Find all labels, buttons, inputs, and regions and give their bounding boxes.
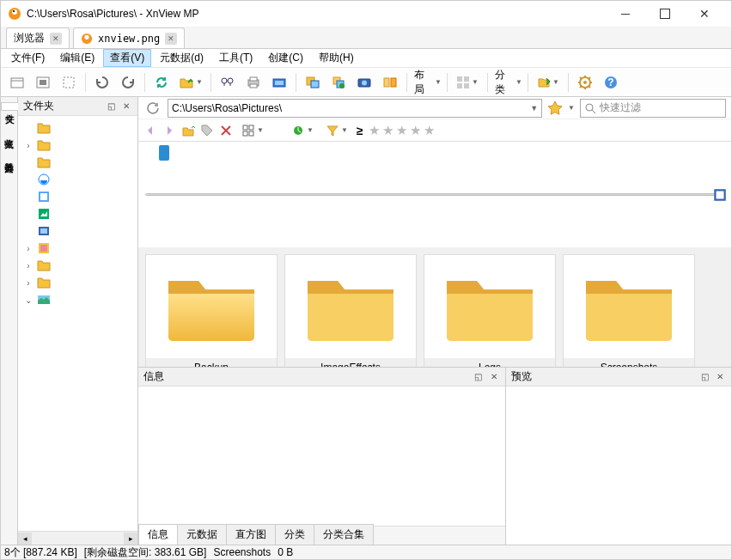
rotate-left-button[interactable]: [91, 71, 113, 94]
folder-tree[interactable]: › › › › ⌄: [18, 116, 137, 531]
forward-button[interactable]: [162, 124, 176, 137]
info-tab-info[interactable]: 信息: [138, 524, 178, 545]
folder-tile[interactable]: ImageEffects 2024/6/21 17:58:10: [284, 254, 417, 367]
star-icon[interactable]: ★: [396, 124, 410, 137]
undock-button[interactable]: ◱: [473, 371, 485, 383]
menu-create[interactable]: 创建(C): [261, 49, 310, 67]
delete-button[interactable]: [219, 124, 233, 137]
close-button[interactable]: ✕: [685, 1, 724, 27]
tree-hscrollbar[interactable]: ◂ ▸: [18, 531, 137, 545]
tree-item[interactable]: [20, 222, 136, 240]
tab-file[interactable]: xnview.png ✕: [73, 27, 185, 48]
rotate-right-button[interactable]: [117, 71, 139, 94]
scan-button[interactable]: [268, 71, 290, 94]
filter-dropdown[interactable]: ▼: [322, 119, 351, 142]
folder-tile[interactable]: Screenshots 2024/6/21 17:58:10: [563, 254, 695, 367]
thumbnail-grid[interactable]: Backup 2024/6/21 17:58:10 ImageEffects 2…: [138, 247, 731, 367]
convert-button[interactable]: [302, 71, 324, 94]
fullscreen-button[interactable]: [32, 71, 54, 94]
open-file-button[interactable]: [6, 71, 28, 94]
history-back-button[interactable]: [143, 99, 162, 118]
rating-stars[interactable]: ★ ★ ★ ★ ★: [369, 124, 437, 137]
gte-button[interactable]: ≥: [357, 124, 363, 137]
maximize-button[interactable]: [645, 1, 685, 27]
info-tab-metadata[interactable]: 元数据: [177, 524, 227, 545]
batch-button[interactable]: [327, 71, 350, 94]
favorite-dropdown[interactable]: ▼: [568, 104, 575, 112]
menu-edit[interactable]: 编辑(E): [53, 49, 101, 67]
sidebar-tab-favorites[interactable]: 收藏夹: [1, 128, 17, 135]
menu-metadata[interactable]: 元数据(d): [153, 49, 210, 67]
folder-tile[interactable]: Backup 2024/6/21 17:58:10: [145, 254, 278, 367]
back-button[interactable]: [143, 124, 157, 137]
settings-button[interactable]: [574, 71, 596, 94]
compare-button[interactable]: [379, 71, 401, 94]
menu-tools[interactable]: 工具(T): [212, 49, 259, 67]
close-icon[interactable]: ✕: [50, 33, 62, 45]
scroll-right-button[interactable]: ▸: [124, 533, 137, 545]
address-bar: C:\Users\Rosa\Pictures\ ▼ ▼ 快速过滤: [138, 97, 731, 119]
sidebar-tab-folders[interactable]: 文件夹: [1, 102, 18, 111]
open-folder-button[interactable]: ▼: [176, 71, 205, 94]
sidebar-tab-filter[interactable]: 分类筛选器: [1, 152, 17, 159]
close-panel-button[interactable]: ✕: [488, 371, 500, 383]
tree-item[interactable]: ›: [20, 240, 136, 257]
help-button[interactable]: ?: [600, 71, 622, 94]
capture-button[interactable]: [353, 71, 375, 94]
quick-filter-input[interactable]: 快速过滤: [580, 99, 726, 118]
menu-help[interactable]: 帮助(H): [312, 49, 361, 67]
star-icon[interactable]: ★: [424, 124, 437, 137]
star-icon[interactable]: ★: [369, 124, 382, 137]
menu-file[interactable]: 文件(F): [4, 49, 52, 67]
close-panel-button[interactable]: ✕: [714, 371, 726, 383]
tab-browser[interactable]: 浏览器 ✕: [6, 27, 70, 48]
classify-dropdown[interactable]: 分类▼: [493, 71, 522, 94]
view-dropdown[interactable]: ▼: [453, 71, 482, 94]
thumbnail-size-slider[interactable]: [138, 142, 731, 247]
refresh-button[interactable]: [150, 71, 173, 94]
tree-item[interactable]: [20, 205, 136, 222]
tree-item[interactable]: [20, 154, 136, 171]
minimize-button[interactable]: ─: [606, 1, 645, 27]
svg-point-1: [12, 9, 17, 15]
star-icon[interactable]: ★: [382, 124, 396, 137]
tree-item[interactable]: [20, 119, 136, 137]
fit-thumbnails-button[interactable]: [712, 187, 728, 203]
fit-button[interactable]: [58, 71, 80, 94]
undock-button[interactable]: ◱: [105, 100, 117, 113]
tree-item[interactable]: ›: [20, 274, 136, 291]
address-combo[interactable]: C:\Users\Rosa\Pictures\ ▼: [168, 99, 542, 118]
svg-point-41: [586, 104, 593, 111]
folder-icon: [442, 268, 537, 345]
undock-button[interactable]: ◱: [698, 371, 711, 383]
close-panel-button[interactable]: ✕: [120, 100, 132, 113]
folder-tile[interactable]: Logs 2024/6/21 17:58:10: [424, 254, 556, 367]
chevron-down-icon[interactable]: ▼: [530, 104, 538, 113]
tree-item[interactable]: [20, 171, 136, 188]
tree-item[interactable]: ⌄: [20, 291, 136, 308]
tree-item[interactable]: ›: [20, 137, 136, 154]
scroll-left-button[interactable]: ◂: [18, 533, 32, 545]
tree-item[interactable]: ›: [20, 257, 136, 274]
sort-dropdown[interactable]: ▼: [238, 119, 267, 142]
favorite-button[interactable]: [547, 100, 563, 116]
star-icon[interactable]: ★: [410, 124, 424, 137]
tree-item[interactable]: [20, 188, 136, 205]
tag-button[interactable]: [200, 124, 214, 137]
slider-thumb[interactable]: [159, 145, 169, 161]
color-label-dropdown[interactable]: ▼: [288, 119, 317, 142]
search-button[interactable]: [217, 71, 239, 94]
close-icon[interactable]: ✕: [165, 33, 177, 45]
print-button[interactable]: [242, 71, 265, 94]
tag-dropdown[interactable]: ▼: [534, 71, 563, 94]
folder-icon: [582, 268, 676, 345]
up-button[interactable]: [181, 124, 195, 137]
info-tab-histogram[interactable]: 直方图: [226, 524, 276, 545]
layout-dropdown[interactable]: 布局▼: [412, 71, 442, 94]
info-tab-category[interactable]: 分类: [275, 524, 314, 545]
folder-panel-header: 文件夹 ◱ ✕: [18, 97, 137, 116]
menu-view[interactable]: 查看(V): [103, 49, 151, 67]
info-tab-category-set[interactable]: 分类合集: [314, 524, 374, 545]
content-area: C:\Users\Rosa\Pictures\ ▼ ▼ 快速过滤 ▼ ▼ ▼ ≥…: [138, 97, 731, 545]
svg-point-9: [222, 78, 227, 83]
